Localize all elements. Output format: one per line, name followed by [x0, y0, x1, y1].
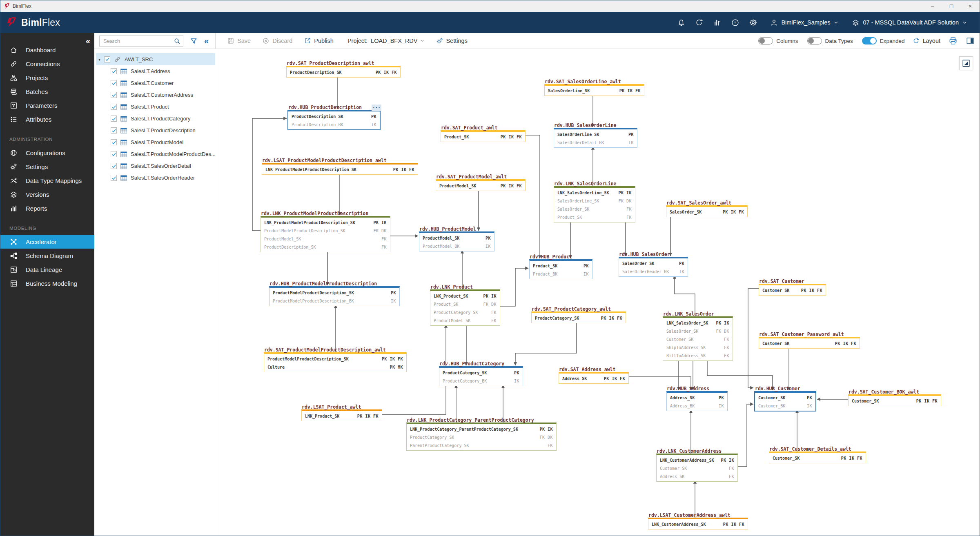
sidebar-item-label: Projects [26, 74, 48, 81]
tree-item[interactable]: SalesLT.ProductCategory [94, 113, 217, 125]
layout-button[interactable]: Layout [913, 38, 940, 44]
sidebar-item-settings[interactable]: Settings [0, 160, 94, 173]
maximize-button[interactable]: □ [942, 0, 961, 12]
search-input[interactable] [99, 36, 183, 47]
sidebar-item-versions[interactable]: Versions [0, 187, 94, 201]
node-menu-button[interactable]: ... [372, 105, 381, 111]
discard-button[interactable]: Discard [262, 37, 292, 44]
project-dropdown[interactable]: LOAD_BFX_RDV [371, 38, 424, 44]
sidebar-item-connections[interactable]: Connections [0, 57, 94, 71]
diagram-node-rdv.LNK_SalesOrder[interactable]: rdv.LNK_SalesOrderLNK_SalesOrder_SKPK IK… [663, 316, 733, 361]
tree-item[interactable]: SalesLT.CustomerAddress [94, 89, 217, 101]
diagram-node-rdv.SAT_SalesOrder_awlt[interactable]: rdv.SAT_SalesOrder_awltSalesOrder_SKPK I… [666, 205, 748, 217]
tree-item-checkbox[interactable] [111, 80, 117, 86]
diagram-node-rdv.LNK_Product[interactable]: rdv.LNK_ProductLNK_Product_SKPK IKProduc… [430, 289, 500, 326]
toggle-switch[interactable] [807, 37, 822, 44]
collapse-tree-icon[interactable]: « [204, 36, 209, 46]
minimap-toggle-button[interactable] [959, 56, 973, 70]
diagram-node-rdv.HUB_SalesOrder[interactable]: rdv.HUB_SalesOrderSalesOrder_SKPKSalesOr… [619, 257, 688, 277]
diagram-node-rdv.HUB_Product[interactable]: rdv.HUB_ProductProduct_SKPKProduct_BKIK [529, 259, 592, 279]
sidebar-item-batches[interactable]: Batches [0, 85, 94, 98]
save-button[interactable]: Save [227, 37, 251, 44]
diagram-node-rdv.LSAT_Product_awlt[interactable]: rdv.LSAT_Product_awltLNK_Product_SKPK IK… [301, 409, 382, 421]
publish-button[interactable]: Publish [304, 37, 334, 44]
diagram-node-rdv.HUB_ProductModelProductDescription[interactable]: rdv.HUB_ProductModelProductDescriptionPr… [269, 286, 400, 306]
toggle-expanded[interactable]: Expanded [862, 37, 905, 44]
caret-down-icon[interactable]: ▾ [98, 57, 100, 62]
toggle-switch[interactable] [862, 37, 877, 44]
tree-item[interactable]: SalesLT.Customer [94, 77, 217, 89]
activity-icon[interactable] [708, 15, 726, 30]
sidebar-item-dashboard[interactable]: Dashboard [0, 43, 94, 57]
panel-toggle-icon[interactable] [966, 36, 975, 45]
sidebar-item-accelerator[interactable]: Accelerator [0, 235, 94, 249]
close-button[interactable]: × [961, 0, 980, 12]
diagram-node-rdv.SAT_ProductCategory_awlt[interactable]: rdv.SAT_ProductCategory_awltProductCateg… [531, 311, 626, 323]
toggle-data-types[interactable]: Data Types [807, 37, 853, 44]
tree-item-checkbox[interactable] [111, 104, 117, 110]
diagram-node-rdv.LNK_SalesOrderLine[interactable]: rdv.LNK_SalesOrderLineLNK_SalesOrderLine… [554, 186, 635, 222]
tree-item-checkbox[interactable] [111, 68, 117, 74]
tree-item-checkbox[interactable] [111, 116, 117, 122]
diagram-node-rdv.SAT_Customer_BOK_awlt[interactable]: rdv.SAT_Customer_BOK_awltCustomer_SKPK I… [848, 394, 941, 406]
solution-menu[interactable]: 07 - MSSQL DataVault ADF Solution [847, 19, 972, 27]
tree-item[interactable]: SalesLT.Address [94, 65, 217, 77]
tree-root-checkbox[interactable] [104, 56, 110, 62]
diagram-node-rdv.LSAT_CustomerAddress_awlt[interactable]: rdv.LSAT_CustomerAddress_awltLNK_Custome… [648, 518, 748, 529]
diagram-node-rdv.HUB_ProductCategory[interactable]: rdv.HUB_ProductCategoryProductCategory_S… [439, 366, 523, 386]
sidebar-item-projects[interactable]: Projects [0, 71, 94, 85]
sidebar-item-attributes[interactable]: Attributes [0, 112, 94, 126]
help-icon[interactable]: ? [726, 15, 744, 30]
tree-item-checkbox[interactable] [111, 151, 117, 157]
sidebar-item-data-lineage[interactable]: Data Lineage [0, 262, 94, 276]
tree-item[interactable]: SalesLT.Product [94, 101, 217, 113]
tree-item[interactable]: SalesLT.ProductDescription [94, 125, 217, 136]
diagram-node-rdv.HUB_ProductModel[interactable]: rdv.HUB_ProductModelProductModel_SKPKPro… [419, 231, 494, 251]
refresh-icon[interactable] [690, 15, 708, 30]
sidebar-item-configurations[interactable]: Configurations [0, 146, 94, 160]
diagram-node-rdv.SAT_ProductModel_awlt[interactable]: rdv.SAT_ProductModel_awltProductModel_SK… [436, 179, 526, 191]
diagram-node-rdv.SAT_Address_awlt[interactable]: rdv.SAT_Address_awltAddress_SKPK IK FK [559, 372, 629, 384]
gear-icon[interactable] [744, 15, 762, 30]
tree-item[interactable]: SalesLT.SalesOrderHeader [94, 172, 217, 184]
diagram-node-rdv.LSAT_ProductModelProductDescription_awlt[interactable]: rdv.LSAT_ProductModelProductDescription_… [262, 163, 418, 175]
tree-item-checkbox[interactable] [111, 175, 117, 181]
tree-item[interactable]: SalesLT.ProductModel [94, 136, 217, 148]
printer-icon[interactable] [949, 36, 958, 45]
diagram-node-rdv.SAT_Product_awlt[interactable]: rdv.SAT_Product_awltProduct_SKPK IK FK [441, 130, 526, 142]
diagram-node-rdv.HUB_SalesOrderLine[interactable]: rdv.HUB_SalesOrderLineSalesOrderLine_SKP… [554, 128, 637, 148]
minimize-button[interactable]: – [923, 0, 942, 12]
tree-item-checkbox[interactable] [111, 139, 117, 145]
tree-root-awlt-src[interactable]: ▾ AWLT_SRC [96, 53, 215, 65]
tree-item[interactable]: SalesLT.ProductModelProductDes... [94, 148, 217, 160]
diagram-node-rdv.LNK_CustomerAddress[interactable]: rdv.LNK_CustomerAddressLNK_CustomerAddre… [656, 454, 738, 482]
toggle-switch[interactable] [758, 37, 773, 44]
diagram-node-rdv.SAT_ProductModelProductDescription_awlt[interactable]: rdv.SAT_ProductModelProductDescription_a… [264, 352, 407, 372]
diagram-node-rdv.LNK_ProductModelProductDescription[interactable]: rdv.LNK_ProductModelProductDescriptionLN… [261, 216, 390, 252]
diagram-node-rdv.SAT_Customer_Password_awlt[interactable]: rdv.SAT_Customer_Password_awltCustomer_S… [759, 337, 860, 349]
diagram-node-rdv.SAT_SalesOrderLine_awlt[interactable]: rdv.SAT_SalesOrderLine_awltSalesOrderLin… [544, 84, 644, 96]
tree-item-checkbox[interactable] [111, 127, 117, 133]
diagram-node-rdv.SAT_Customer[interactable]: rdv.SAT_CustomerCustomer_SKPK IK FK [759, 284, 826, 296]
diagram-node-rdv.LNK_ProductCategory_ParentProductCategory[interactable]: rdv.LNK_ProductCategory_ParentProductCat… [406, 423, 557, 451]
sidebar-item-reports[interactable]: Reports [0, 201, 94, 215]
diagram-node-rdv.SAT_Customer_Details_awlt[interactable]: rdv.SAT_Customer_Details_awltCustomer_SK… [769, 451, 866, 463]
tree-item[interactable]: SalesLT.SalesOrderDetail [94, 160, 217, 172]
diagram-node-rdv.HUB_ProductDescription[interactable]: rdv.HUB_ProductDescription...ProductDesc… [287, 110, 381, 130]
diagram-node-rdv.HUB_Address[interactable]: rdv.HUB_AddressAddress_SKPKAddress_BKIK [666, 391, 728, 411]
sidebar-item-schema-diagram[interactable]: Schema Diagram [0, 249, 94, 262]
filter-icon[interactable] [190, 37, 198, 45]
accelerator-diagram-canvas[interactable]: rdv.SAT_ProductDescription_awltProductDe… [217, 49, 980, 536]
sidebar-item-business-modeling[interactable]: Business Modeling [0, 276, 94, 290]
sidebar-item-parameters[interactable]: Parameters [0, 98, 94, 112]
tree-item-checkbox[interactable] [111, 163, 117, 169]
sidebar-item-data-type-mappings[interactable]: Data Type Mappings [0, 173, 94, 187]
bell-icon[interactable] [672, 15, 690, 30]
settings-button[interactable]: Settings [436, 37, 468, 44]
tree-item-checkbox[interactable] [111, 92, 117, 98]
toggle-columns[interactable]: Columns [758, 37, 798, 44]
diagram-node-rdv.SAT_ProductDescription_awlt[interactable]: rdv.SAT_ProductDescription_awltProductDe… [286, 66, 401, 78]
user-menu[interactable]: BimlFlex_Samples [765, 19, 844, 27]
diagram-node-rdv.HUB_Customer[interactable]: rdv.HUB_CustomerCustomer_SKPKCustomer_BK… [754, 391, 816, 411]
sidebar-collapse-icon[interactable]: « [86, 36, 90, 46]
